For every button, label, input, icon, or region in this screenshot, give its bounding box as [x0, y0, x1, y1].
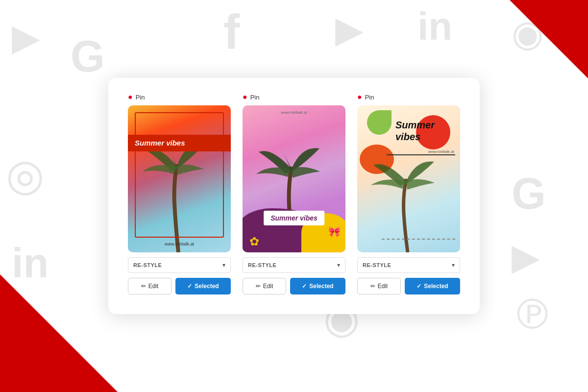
card1-url: www.tobitalk.at — [128, 242, 231, 246]
selected-button-2[interactable]: ✓ Selected — [290, 278, 345, 294]
pencil-icon-1: ✏ — [141, 283, 146, 290]
card2-flower-left: ✿ — [249, 235, 259, 248]
card3-dotted-line — [382, 239, 455, 240]
pin-header-1: ● Pin — [128, 93, 231, 101]
pencil-icon-3: ✏ — [370, 283, 375, 290]
edit-label-2: Edit — [263, 283, 273, 290]
pinterest-icon-2: ● — [243, 93, 247, 101]
pin-image-3: Summer vibes www.tobitalk.at — [357, 105, 460, 252]
card1-background: Summer vibes www.tobitalk.at — [128, 105, 231, 252]
pin-card-2: ● Pin www.tobitalk.at — [243, 93, 345, 294]
cards-wrapper: ● Pin — [108, 78, 480, 314]
pinterest-icon-1: ● — [128, 93, 133, 101]
card3-url: www.tobitalk.at — [428, 149, 454, 154]
check-icon-2: ✓ — [302, 283, 307, 290]
restyle-label-3: RE-STYLE — [363, 262, 391, 268]
selected-button-1[interactable]: ✓ Selected — [175, 278, 231, 294]
check-icon-1: ✓ — [187, 283, 192, 290]
pin-image-1: Summer vibes www.tobitalk.at — [128, 105, 231, 252]
pin-card-3: ● Pin Summer vibes www.tobitalk.at — [357, 93, 460, 294]
edit-button-1[interactable]: ✏ Edit — [128, 278, 172, 294]
chevron-icon-3: ▾ — [452, 262, 455, 269]
restyle-dropdown-1[interactable]: RE-STYLE ▾ — [128, 257, 231, 273]
selected-label-3: Selected — [424, 283, 448, 290]
card1-title: Summer vibes — [135, 139, 185, 147]
restyle-dropdown-3[interactable]: RE-STYLE ▾ — [357, 257, 460, 273]
pin-header-2: ● Pin — [243, 93, 345, 101]
edit-button-2[interactable]: ✏ Edit — [243, 278, 286, 294]
edit-button-3[interactable]: ✏ Edit — [357, 278, 401, 294]
card2-title-box: Summer vibes — [264, 211, 324, 225]
main-container: ● Pin — [0, 0, 588, 392]
restyle-dropdown-2[interactable]: RE-STYLE ▾ — [243, 257, 345, 273]
btn-row-2: ✏ Edit ✓ Selected — [243, 278, 345, 294]
btn-row-1: ✏ Edit ✓ Selected — [128, 278, 231, 294]
restyle-label-2: RE-STYLE — [248, 262, 276, 268]
pin-label-1: Pin — [136, 94, 145, 101]
chevron-icon-2: ▾ — [337, 262, 340, 269]
selected-button-3[interactable]: ✓ Selected — [405, 278, 460, 294]
pin-label-2: Pin — [250, 94, 260, 101]
chevron-icon-1: ▾ — [222, 262, 225, 269]
palm-tree-3 — [369, 154, 448, 252]
card1-title-box: Summer vibes — [128, 135, 231, 151]
pinterest-icon-3: ● — [357, 93, 362, 101]
card3-title: Summer vibes — [395, 119, 460, 143]
card3-background: Summer vibes www.tobitalk.at — [357, 105, 460, 252]
pencil-icon-2: ✏ — [256, 283, 261, 290]
check-icon-3: ✓ — [416, 283, 421, 290]
card2-flower-right: 🎀 — [328, 226, 341, 238]
card2-title: Summer vibes — [270, 214, 318, 222]
card1-border — [135, 112, 224, 238]
edit-label-3: Edit — [378, 283, 388, 290]
pin-card-1: ● Pin — [128, 93, 231, 294]
selected-label-1: Selected — [195, 283, 219, 290]
card3-green-shape — [367, 110, 392, 135]
pin-label-3: Pin — [365, 94, 374, 101]
selected-label-2: Selected — [309, 283, 333, 290]
card2-url-top: www.tobitalk.at — [243, 110, 345, 115]
btn-row-3: ✏ Edit ✓ Selected — [357, 278, 460, 294]
card2-background: www.tobitalk.at — [243, 105, 345, 252]
edit-label-1: Edit — [148, 283, 159, 290]
restyle-label-1: RE-STYLE — [133, 262, 162, 268]
pin-image-2: www.tobitalk.at — [243, 105, 345, 252]
pin-header-3: ● Pin — [357, 93, 460, 101]
